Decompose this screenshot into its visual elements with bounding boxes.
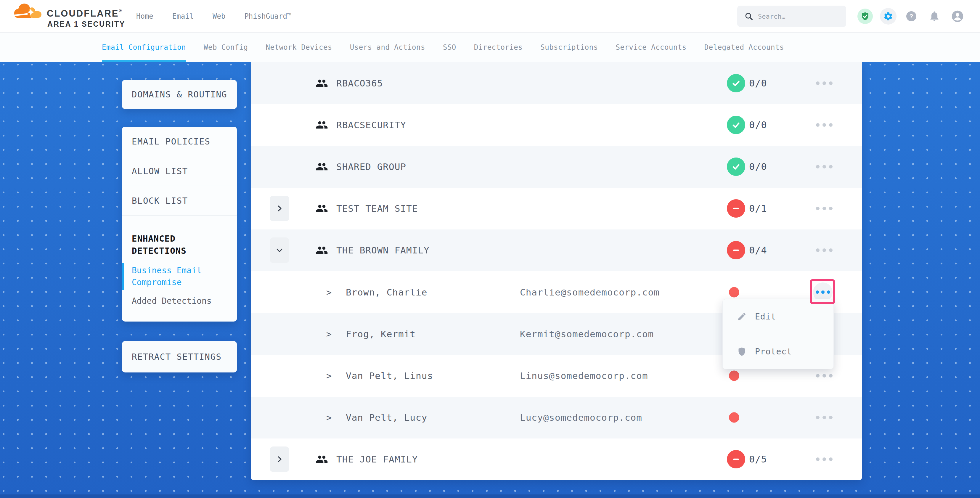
row-actions-button[interactable] xyxy=(814,77,834,89)
user-email: Linus@somedemocorp.com xyxy=(520,371,648,381)
sidebar-label: EMAIL POLICIES xyxy=(132,137,210,146)
user-email: Charlie@somedemocorp.com xyxy=(520,287,660,298)
nav-item-phishguard[interactable]: PhishGuard™ xyxy=(244,12,291,21)
search-input[interactable] xyxy=(758,13,832,20)
security-status-button[interactable] xyxy=(858,9,873,24)
status-unprotected-icon xyxy=(727,450,745,468)
status-unprotected-icon xyxy=(727,241,745,259)
menu-item-label: Edit xyxy=(755,312,776,321)
table-row-group[interactable]: RBACO365 0/0 xyxy=(251,62,862,104)
row-actions-button[interactable] xyxy=(814,202,834,214)
nav-item-home[interactable]: Home xyxy=(136,12,153,21)
menu-item-label: Protect xyxy=(755,347,792,356)
tab-web-config[interactable]: Web Config xyxy=(204,33,248,62)
table-row-group[interactable]: SHARED_GROUP 0/0 xyxy=(251,146,862,188)
menu-item-protect[interactable]: Protect xyxy=(723,334,834,369)
menu-item-edit[interactable]: Edit xyxy=(723,299,834,334)
nav-item-email[interactable]: Email xyxy=(172,12,194,21)
cloudflare-cloud-icon xyxy=(13,2,43,19)
table-row-group[interactable]: THE JOE FAMILY 0/5 xyxy=(251,439,862,480)
user-expand-caret[interactable]: > xyxy=(326,329,332,339)
user-name: Van Pelt, Linus xyxy=(346,371,433,381)
tab-network-devices[interactable]: Network Devices xyxy=(266,33,332,62)
chevron-right-icon xyxy=(275,455,284,464)
table-row-group[interactable]: TEST TEAM SITE 0/1 xyxy=(251,188,862,229)
tab-subscriptions[interactable]: Subscriptions xyxy=(540,33,598,62)
row-actions-button[interactable] xyxy=(814,453,834,465)
user-name: Van Pelt, Lucy xyxy=(346,412,427,423)
chevron-right-icon xyxy=(275,204,284,213)
help-button[interactable]: ? xyxy=(906,11,916,21)
sidebar-item-block-list[interactable]: BLOCK LIST xyxy=(122,186,237,216)
protection-count: 0/5 xyxy=(749,453,767,465)
sidebar-item-business-email-compromise[interactable]: Business Email Compromise xyxy=(122,265,217,288)
app-header: CLOUDFLARE® AREA 1 SECURITY Home Email W… xyxy=(0,0,980,33)
nav-item-web[interactable]: Web xyxy=(213,12,225,21)
group-icon xyxy=(315,77,329,89)
sidebar-item-allow-list[interactable]: ALLOW LIST xyxy=(122,156,237,186)
group-icon xyxy=(315,161,329,173)
group-name: RBACO365 xyxy=(336,78,383,89)
notifications-button[interactable] xyxy=(929,10,940,22)
expand-group-button[interactable] xyxy=(270,196,289,221)
sidebar-email-policies-card: EMAIL POLICIES ALLOW LIST BLOCK LIST ENH… xyxy=(122,127,237,321)
user-name: Brown, Charlie xyxy=(346,287,427,298)
user-name: Frog, Kermit xyxy=(346,329,416,339)
bottom-band xyxy=(0,495,980,498)
bell-icon xyxy=(929,11,940,22)
protection-count: 0/0 xyxy=(749,78,767,89)
user-email: Lucy@somedemocorp.com xyxy=(520,412,642,423)
tab-sso[interactable]: SSO xyxy=(443,33,456,62)
tab-service-accounts[interactable]: Service Accounts xyxy=(616,33,687,62)
cloudflare-logo[interactable]: CLOUDFLARE® AREA 1 SECURITY xyxy=(13,1,149,31)
table-row-group[interactable]: RBACSECURITY 0/0 xyxy=(251,104,862,146)
sidebar-label: ALLOW LIST xyxy=(132,166,188,176)
group-icon xyxy=(315,244,329,256)
status-protected-icon xyxy=(727,116,745,134)
group-name: RBACSECURITY xyxy=(336,119,406,130)
group-name: TEST TEAM SITE xyxy=(336,203,418,214)
table-row-group[interactable]: THE BROWN FAMILY 0/4 xyxy=(251,229,862,271)
protection-count: 0/1 xyxy=(749,203,767,214)
group-name: THE BROWN FAMILY xyxy=(336,245,430,256)
settings-button[interactable] xyxy=(880,8,897,25)
user-expand-caret[interactable]: > xyxy=(326,371,332,381)
user-expand-caret[interactable]: > xyxy=(326,412,332,423)
chevron-down-icon xyxy=(275,246,284,255)
tab-directories[interactable]: Directories xyxy=(474,33,523,62)
row-actions-button[interactable] xyxy=(814,412,834,423)
protection-count: 0/0 xyxy=(749,161,767,172)
question-mark-icon: ? xyxy=(910,13,913,20)
tab-email-configuration[interactable]: Email Configuration xyxy=(102,33,186,62)
search-box[interactable] xyxy=(737,6,846,27)
row-context-menu: Edit Protect xyxy=(722,299,834,369)
sidebar-item-retract-settings[interactable]: RETRACT SETTINGS xyxy=(122,341,237,372)
row-actions-button[interactable] xyxy=(814,244,834,256)
shield-check-icon xyxy=(861,11,870,21)
tab-users-and-actions[interactable]: Users and Actions xyxy=(350,33,425,62)
collapse-group-button[interactable] xyxy=(270,237,289,263)
row-actions-button[interactable] xyxy=(814,161,834,173)
pencil-icon xyxy=(737,312,747,321)
group-icon xyxy=(315,119,329,131)
user-expand-caret[interactable]: > xyxy=(326,287,332,297)
sidebar-item-email-policies[interactable]: EMAIL POLICIES xyxy=(122,127,237,156)
shield-icon xyxy=(737,347,747,356)
row-actions-button[interactable] xyxy=(814,119,834,131)
protection-count: 0/4 xyxy=(749,245,767,256)
account-button[interactable] xyxy=(951,10,964,22)
groups-table: RBACO365 0/0 RBACSECURITY 0/0 SHARED_GRO… xyxy=(251,62,862,480)
tab-delegated-accounts[interactable]: Delegated Accounts xyxy=(704,33,784,62)
sidebar-item-domains-routing[interactable]: DOMAINS & ROUTING xyxy=(122,80,237,109)
gear-icon xyxy=(883,11,893,21)
status-unprotected-dot xyxy=(729,287,739,297)
group-name: SHARED_GROUP xyxy=(336,161,406,172)
status-unprotected-icon xyxy=(727,199,745,218)
brand-name: CLOUDFLARE® xyxy=(47,8,122,19)
row-actions-button[interactable] xyxy=(814,370,834,382)
group-name: THE JOE FAMILY xyxy=(336,454,418,465)
sidebar-item-added-detections[interactable]: Added Detections xyxy=(122,296,237,306)
expand-group-button[interactable] xyxy=(270,447,289,472)
table-row-user[interactable]: > Van Pelt, Lucy Lucy@somedemocorp.com xyxy=(251,397,862,439)
status-unprotected-dot xyxy=(729,412,739,423)
